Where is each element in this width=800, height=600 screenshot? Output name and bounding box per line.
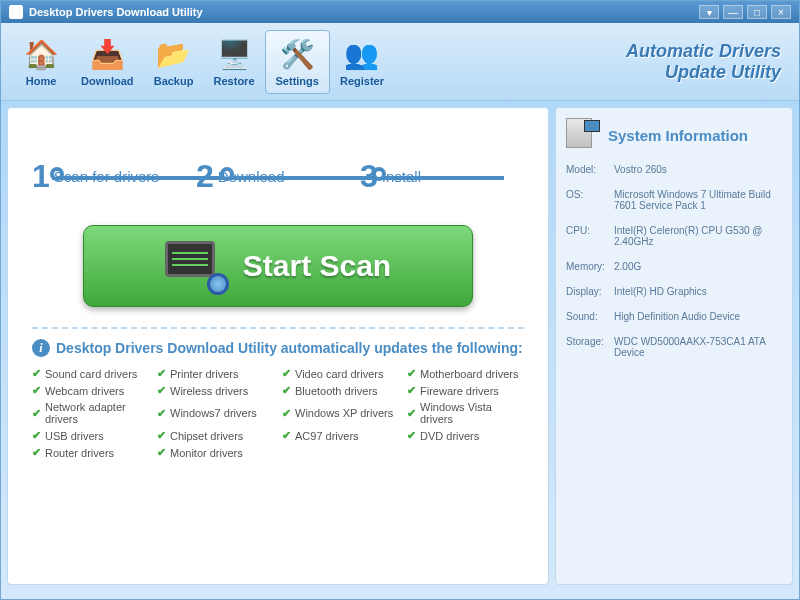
- driver-name: Webcam drivers: [45, 385, 124, 397]
- check-icon: ✔: [407, 429, 416, 442]
- register-icon: 👥: [342, 37, 382, 73]
- driver-name: Bluetooth drivers: [295, 385, 378, 397]
- minimize-button[interactable]: —: [723, 5, 743, 19]
- check-icon: ✔: [32, 446, 41, 459]
- check-icon: ✔: [282, 384, 291, 397]
- driver-item: ✔Network adapter drivers: [32, 401, 149, 425]
- driver-name: Motherboard drivers: [420, 368, 518, 380]
- scan-icon: [165, 241, 225, 291]
- driver-name: Chipset drivers: [170, 430, 243, 442]
- sysinfo-row: OS:Microsoft Windows 7 Ultimate Build 76…: [566, 189, 782, 211]
- sysinfo-label: OS:: [566, 189, 614, 211]
- maximize-button[interactable]: □: [747, 5, 767, 19]
- auto-update-title: i Desktop Drivers Download Utility autom…: [32, 339, 524, 357]
- toolbar-register[interactable]: 👥 Register: [330, 31, 394, 93]
- driver-name: Windows Vista drivers: [420, 401, 524, 425]
- toolbar-restore-label: Restore: [214, 75, 255, 87]
- home-icon: 🏠: [21, 37, 61, 73]
- check-icon: ✔: [282, 367, 291, 380]
- driver-item: ✔Wireless drivers: [157, 384, 274, 397]
- toolbar-register-label: Register: [340, 75, 384, 87]
- check-icon: ✔: [407, 367, 416, 380]
- toolbar: 🏠 Home 📥 Download 📂 Backup 🖥️ Restore 🛠️…: [1, 23, 799, 101]
- driver-item: ✔DVD drivers: [407, 429, 524, 442]
- step-3-label: Install: [382, 168, 421, 185]
- check-icon: ✔: [157, 446, 166, 459]
- driver-name: Monitor drivers: [170, 447, 243, 459]
- dropdown-button[interactable]: ▾: [699, 5, 719, 19]
- divider: [32, 327, 524, 329]
- titlebar: Desktop Drivers Download Utility ▾ — □ ×: [1, 1, 799, 23]
- sysinfo-label: CPU:: [566, 225, 614, 247]
- step-1-num: 1: [32, 158, 50, 195]
- start-scan-button[interactable]: Start Scan: [83, 225, 473, 307]
- system-icon: [566, 118, 600, 152]
- brand-logo: Automatic Drivers Update Utility: [626, 41, 789, 83]
- step-2-label: Download: [218, 168, 285, 185]
- sysinfo-value: Vostro 260s: [614, 164, 782, 175]
- step-2: 2 Download: [196, 158, 360, 195]
- main-panel: 1 Scan for drivers 2 Download 3 Install …: [7, 107, 549, 585]
- driver-name: Video card drivers: [295, 368, 383, 380]
- download-icon: 📥: [87, 37, 127, 73]
- sysinfo-row: Memory:2.00G: [566, 261, 782, 272]
- driver-name: AC97 drivers: [295, 430, 359, 442]
- check-icon: ✔: [407, 407, 416, 420]
- driver-item: ✔Fireware drivers: [407, 384, 524, 397]
- driver-name: Windows XP drivers: [295, 407, 393, 419]
- driver-name: Windows7 drivers: [170, 407, 257, 419]
- check-icon: ✔: [32, 407, 41, 420]
- check-icon: ✔: [32, 429, 41, 442]
- step-1-label: Scan for drivers: [54, 168, 159, 185]
- step-1: 1 Scan for drivers: [32, 158, 196, 195]
- sysinfo-value: Microsoft Windows 7 Ultimate Build 7601 …: [614, 189, 782, 211]
- close-button[interactable]: ×: [771, 5, 791, 19]
- toolbar-settings[interactable]: 🛠️ Settings: [265, 30, 330, 94]
- driver-name: USB drivers: [45, 430, 104, 442]
- check-icon: ✔: [282, 429, 291, 442]
- auto-title-text: Desktop Drivers Download Utility automat…: [56, 340, 523, 356]
- check-icon: ✔: [32, 367, 41, 380]
- toolbar-download[interactable]: 📥 Download: [71, 31, 144, 93]
- step-3: 3 Install: [360, 158, 524, 195]
- check-icon: ✔: [157, 429, 166, 442]
- driver-item: ✔Windows Vista drivers: [407, 401, 524, 425]
- driver-name: Router drivers: [45, 447, 114, 459]
- sysinfo-label: Sound:: [566, 311, 614, 322]
- scan-button-label: Start Scan: [243, 249, 391, 283]
- toolbar-backup[interactable]: 📂 Backup: [144, 31, 204, 93]
- driver-name: Network adapter drivers: [45, 401, 149, 425]
- toolbar-restore[interactable]: 🖥️ Restore: [204, 31, 265, 93]
- settings-icon: 🛠️: [277, 37, 317, 73]
- app-icon: [9, 5, 23, 19]
- driver-name: Fireware drivers: [420, 385, 499, 397]
- driver-item: ✔Windows7 drivers: [157, 401, 274, 425]
- check-icon: ✔: [157, 384, 166, 397]
- window-title: Desktop Drivers Download Utility: [29, 6, 699, 18]
- sysinfo-value: WDC WD5000AAKX-753CA1 ATA Device: [614, 336, 782, 358]
- driver-list: ✔Sound card drivers✔Printer drivers✔Vide…: [32, 367, 524, 459]
- sysinfo-row: Display:Intel(R) HD Graphics: [566, 286, 782, 297]
- toolbar-download-label: Download: [81, 75, 134, 87]
- driver-item: ✔Motherboard drivers: [407, 367, 524, 380]
- driver-name: Sound card drivers: [45, 368, 137, 380]
- sysinfo-label: Storage:: [566, 336, 614, 358]
- brand-line1: Automatic Drivers: [626, 41, 781, 62]
- toolbar-home[interactable]: 🏠 Home: [11, 31, 71, 93]
- sysinfo-label: Memory:: [566, 261, 614, 272]
- check-icon: ✔: [157, 407, 166, 420]
- toolbar-settings-label: Settings: [276, 75, 319, 87]
- driver-item: ✔Printer drivers: [157, 367, 274, 380]
- sysinfo-value: Intel(R) Celeron(R) CPU G530 @ 2.40GHz: [614, 225, 782, 247]
- driver-item: ✔Monitor drivers: [157, 446, 274, 459]
- sysinfo-row: Model:Vostro 260s: [566, 164, 782, 175]
- toolbar-home-label: Home: [26, 75, 57, 87]
- driver-item: ✔Windows XP drivers: [282, 401, 399, 425]
- sysinfo-value: Intel(R) HD Graphics: [614, 286, 782, 297]
- driver-item: ✔Chipset drivers: [157, 429, 274, 442]
- driver-item: ✔Bluetooth drivers: [282, 384, 399, 397]
- info-icon: i: [32, 339, 50, 357]
- driver-item: ✔Webcam drivers: [32, 384, 149, 397]
- steps-progress: 1 Scan for drivers 2 Download 3 Install: [32, 158, 524, 195]
- check-icon: ✔: [282, 407, 291, 420]
